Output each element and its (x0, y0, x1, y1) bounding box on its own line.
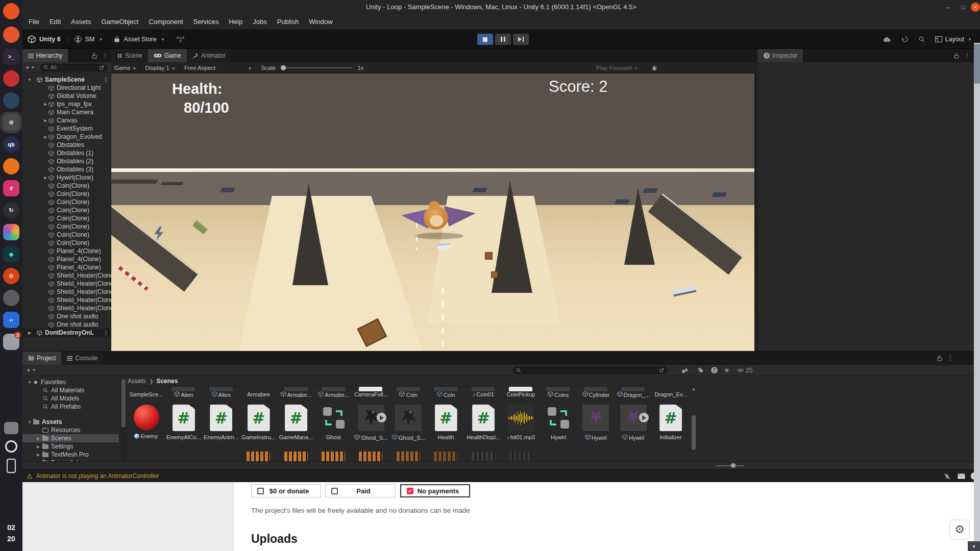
expand-arrow-icon[interactable]: ▶ (37, 436, 42, 441)
hierarchy-item[interactable]: Coin(Clone) (22, 231, 111, 239)
account-dropdown-arrow[interactable]: ▼ (99, 37, 103, 42)
expand-arrow-icon[interactable]: ▶ (27, 331, 32, 335)
project-menu-icon[interactable]: ⋮ (947, 355, 953, 362)
lock-icon[interactable] (937, 355, 942, 361)
asset-item[interactable]: Coin (390, 391, 427, 398)
menu-gameobject[interactable]: GameObject (96, 14, 143, 29)
expand-arrow-icon[interactable]: ▼ (28, 380, 33, 385)
step-button[interactable] (513, 34, 529, 45)
asset-item[interactable]: Ghost_S... (390, 405, 427, 441)
hierarchy-item[interactable]: Coin(Clone) (22, 182, 111, 190)
asset-item[interactable]: Coin (427, 391, 464, 398)
open-search-window-icon[interactable] (100, 65, 104, 70)
hierarchy-item[interactable]: Coin(Clone) (22, 222, 111, 231)
project-tree-item-textmesh-pro[interactable]: ▶TextMesh Pro (22, 450, 119, 459)
hierarchy-item[interactable]: Coin(Clone) (22, 190, 111, 198)
aspect-dropdown[interactable]: Free Aspect ▼ (184, 65, 252, 71)
filter-by-label-icon[interactable] (698, 367, 704, 373)
payment-option-1[interactable]: $0 or donate (251, 484, 321, 497)
thumbnail-size-slider[interactable] (716, 465, 744, 466)
hierarchy-item[interactable]: One shot audio (22, 320, 111, 329)
hierarchy-item[interactable]: One shot audio (22, 312, 111, 320)
mail-icon[interactable] (958, 473, 965, 479)
teal-cube-app-icon[interactable]: ◆ (3, 246, 19, 262)
search-icon[interactable] (919, 36, 925, 42)
settings-gear-icon[interactable]: ⚙ (3, 114, 19, 131)
project-tree-item-assets[interactable]: ▼Assets (22, 418, 119, 426)
game-viewport[interactable]: Health: 80/100 Score: 2 (111, 73, 754, 351)
asset-item[interactable]: #EnemyAICo... (165, 405, 202, 440)
scale-slider-knob[interactable] (281, 65, 286, 70)
hierarchy-item[interactable]: Planet_4(Clone) (22, 255, 111, 263)
asset-item[interactable]: #GameInstru... (240, 405, 277, 440)
play-preview-icon[interactable] (639, 413, 649, 422)
scene-menu-icon[interactable]: ⋮ (103, 330, 109, 336)
expand-arrow-icon[interactable]: ▶ (37, 444, 42, 449)
debug-icon[interactable] (651, 65, 657, 71)
asset-item[interactable]: CoinPickup (502, 391, 540, 397)
asset-item[interactable]: Alien (165, 391, 202, 398)
firefox-icon[interactable] (3, 27, 19, 43)
hierarchy-item[interactable]: Global Volume (22, 92, 111, 100)
asset-store-dropdown-arrow[interactable]: ▼ (161, 37, 165, 42)
hierarchy-item[interactable]: Main Camera (22, 108, 111, 116)
minimize-button[interactable]: – (943, 3, 952, 12)
menu-jobs[interactable]: Jobs (248, 14, 272, 29)
tree-scrollbar[interactable] (121, 378, 126, 468)
asset-item[interactable]: Cylinder (577, 391, 615, 398)
payment-option-3[interactable]: ✓No payments (400, 484, 470, 497)
tab-game[interactable]: Game (148, 49, 187, 62)
checkbox-unchecked[interactable] (257, 488, 264, 494)
asset-item[interactable]: Armabe... (278, 391, 315, 398)
hierarchy-item[interactable]: Shield_Heater(Clone) (22, 304, 111, 312)
create-asset-dropdown-arrow[interactable]: ▼ (32, 368, 36, 372)
terminal-app-icon[interactable]: >_ (3, 48, 19, 65)
hierarchy-search-input[interactable]: All (40, 64, 107, 71)
hierarchy-item[interactable]: Coin(Clone) (22, 206, 111, 214)
orange-app-icon[interactable] (3, 158, 19, 174)
history-icon[interactable] (901, 36, 909, 43)
asset-store-button[interactable]: Asset Store (124, 36, 157, 43)
ubuntu-logo-icon[interactable] (3, 3, 19, 19)
steam-app-icon[interactable] (3, 92, 19, 109)
dark-arc-app-icon[interactable]: ↻ (3, 202, 19, 218)
inspector-menu-icon[interactable]: ⋮ (964, 52, 970, 59)
hierarchy-item[interactable]: Coin(Clone) (22, 198, 111, 206)
code-app-icon[interactable]: ‹› (3, 312, 19, 328)
add-object-button[interactable]: + (26, 64, 30, 71)
menu-edit[interactable]: Edit (44, 14, 66, 29)
cloud-icon[interactable] (883, 36, 891, 42)
menu-file[interactable]: File (23, 14, 44, 29)
tab-animator[interactable]: Animator (187, 49, 231, 62)
add-object-dropdown-arrow[interactable]: ▼ (31, 65, 35, 70)
expand-arrow-icon[interactable]: ▶ (37, 453, 42, 457)
hierarchy-item[interactable]: Planet_4(Clone) (22, 247, 111, 255)
checkbox-unchecked[interactable] (331, 488, 338, 494)
scale-slider[interactable] (281, 67, 352, 68)
favorites-star-icon[interactable]: ★ (724, 366, 730, 374)
project-tree-item-scenes[interactable]: ▶Scenes (22, 434, 119, 442)
hierarchy-item[interactable]: Planet_4(Clone) (22, 263, 111, 271)
project-tree-item-all-models[interactable]: All Models (22, 394, 119, 403)
close-button[interactable]: × (971, 3, 980, 12)
expand-arrow-icon[interactable]: ▼ (28, 420, 33, 424)
play-focused-dropdown[interactable]: Play Focused ▼ (596, 65, 638, 71)
asset-item[interactable]: Enemy (128, 405, 165, 439)
asset-item[interactable]: #EnemyAnim... (203, 405, 240, 440)
open-search-window-icon[interactable] (659, 368, 664, 372)
layout-dropdown[interactable]: Layout ▼ (935, 36, 972, 43)
expand-arrow-icon[interactable]: ▶ (43, 135, 48, 139)
asset-item[interactable]: SampleSce... (128, 391, 165, 397)
asset-item[interactable]: Dragon_... (615, 391, 652, 398)
lock-icon[interactable] (92, 53, 97, 59)
asset-item[interactable]: CameraFoll... (352, 391, 389, 397)
page-settings-gear-icon[interactable]: ⚙ (950, 520, 969, 539)
hierarchy-item[interactable]: Coin(Clone) (22, 214, 111, 222)
grid-scrollbar[interactable]: ▲ (691, 387, 696, 461)
project-tree-item-all-prefabs[interactable]: All Prefabs (22, 403, 119, 411)
tab-console[interactable]: Console (61, 352, 103, 365)
create-asset-button[interactable]: + (27, 366, 31, 374)
game-mode-dropdown[interactable]: Game ▼ (114, 65, 136, 71)
asset-item[interactable]: #Health (427, 405, 464, 440)
qbittorrent-icon[interactable]: qb (3, 136, 19, 153)
